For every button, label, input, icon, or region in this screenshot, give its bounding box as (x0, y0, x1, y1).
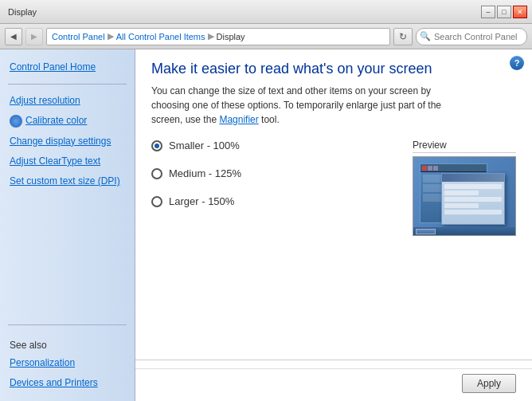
preview-row-3 (444, 197, 502, 202)
radio-larger[interactable] (151, 196, 162, 207)
preview-taskbar (413, 227, 515, 235)
path-segment-1[interactable]: Control Panel (52, 32, 105, 41)
option-smaller-label: Smaller - 100% (169, 140, 240, 151)
option-medium[interactable]: Medium - 125% (151, 167, 397, 179)
forward-button[interactable]: ▶ (25, 28, 43, 45)
radio-smaller-dot (155, 143, 159, 148)
options-preview-container: Smaller - 100% Medium - 125% Larger - 15… (151, 140, 516, 236)
main-layout: Control Panel Home Adjust resolution Cal… (0, 49, 532, 401)
sidebar-divider-1 (8, 84, 127, 85)
title-bar: Display – □ ✕ (0, 0, 532, 24)
radio-medium[interactable] (151, 168, 162, 179)
options-list: Smaller - 100% Medium - 125% Larger - 15… (151, 140, 397, 223)
preview-row-4 (444, 203, 479, 208)
content-area: ? Make it easier to read what's on your … (135, 49, 532, 401)
preview-window-front (441, 173, 505, 225)
window-controls: – □ ✕ (481, 6, 527, 18)
apply-button[interactable]: Apply (462, 374, 516, 393)
sidebar-item-custom-text-size[interactable]: Set custom text size (DPI) (0, 171, 135, 191)
search-box[interactable]: 🔍 (416, 28, 527, 45)
sidebar-calibrate-label: Calibrate color (25, 113, 87, 128)
preview-box: Preview (413, 140, 516, 236)
content-description: You can change the size of text and othe… (151, 84, 470, 127)
address-path[interactable]: Control Panel ▶ All Control Panel Items … (46, 28, 390, 45)
option-larger[interactable]: Larger - 150% (151, 195, 397, 207)
path-segment-2[interactable]: All Control Panel Items (116, 32, 205, 41)
sidebar-item-personalization[interactable]: Personalization (0, 353, 135, 373)
window-title: Display (8, 7, 37, 17)
search-icon: 🔍 (420, 31, 431, 41)
option-larger-label: Larger - 150% (169, 195, 234, 207)
sidebar-item-calibrate-color[interactable]: Calibrate color (0, 111, 135, 131)
preview-task-btn (416, 229, 436, 234)
sidebar-divider-2 (8, 324, 127, 325)
search-input[interactable] (434, 32, 523, 41)
description-after: tool. (259, 114, 280, 125)
content-footer: Apply (135, 368, 532, 401)
path-separator-2: ▶ (208, 31, 214, 41)
see-also-label: See also (0, 335, 135, 353)
magnifier-link[interactable]: Magnifier (219, 114, 258, 125)
address-bar: ◀ ▶ Control Panel ▶ All Control Panel It… (0, 24, 532, 49)
path-segment-3: Display (217, 32, 245, 41)
preview-win-min (428, 166, 432, 171)
calibrate-icon (10, 115, 22, 128)
preview-row-2 (444, 191, 479, 195)
maximize-button[interactable]: □ (497, 6, 511, 18)
preview-front-titlebar (442, 174, 504, 182)
path-separator-1: ▶ (108, 31, 114, 41)
content-divider (135, 360, 532, 360)
content-inner: Make it easier to read what's on your sc… (135, 49, 532, 352)
preview-row-5 (444, 210, 502, 214)
preview-image (413, 156, 516, 236)
minimize-button[interactable]: – (481, 6, 495, 18)
page-title: Make it easier to read what's on your sc… (151, 61, 516, 77)
refresh-button[interactable]: ↻ (393, 28, 413, 45)
close-button[interactable]: ✕ (513, 6, 527, 18)
option-smaller[interactable]: Smaller - 100% (151, 140, 397, 151)
preview-label: Preview (413, 140, 516, 153)
preview-front-content (442, 182, 504, 218)
preview-win-close (422, 166, 427, 171)
sidebar: Control Panel Home Adjust resolution Cal… (0, 49, 135, 401)
option-medium-label: Medium - 125% (169, 167, 241, 179)
preview-row-1 (444, 184, 502, 189)
back-button[interactable]: ◀ (5, 28, 22, 45)
sidebar-item-home[interactable]: Control Panel Home (0, 57, 135, 77)
radio-smaller[interactable] (151, 140, 162, 151)
sidebar-spacer (0, 191, 135, 318)
help-button[interactable]: ? (510, 56, 524, 70)
sidebar-item-change-display-settings[interactable]: Change display settings (0, 132, 135, 151)
preview-win-max (433, 166, 438, 171)
preview-back-titlebar (421, 164, 487, 172)
sidebar-item-devices-printers[interactable]: Devices and Printers (0, 373, 135, 393)
sidebar-item-adjust-resolution[interactable]: Adjust resolution (0, 91, 135, 111)
sidebar-item-adjust-cleartype[interactable]: Adjust ClearType text (0, 151, 135, 171)
description-before: You can change the size of text and othe… (151, 85, 441, 125)
